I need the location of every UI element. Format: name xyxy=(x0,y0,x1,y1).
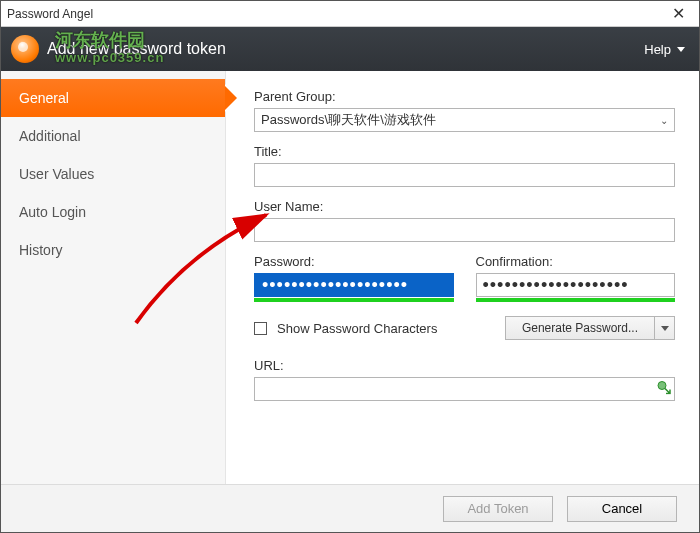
url-input[interactable] xyxy=(254,377,675,401)
chevron-down-icon xyxy=(677,47,685,52)
app-logo-icon xyxy=(11,35,39,63)
username-input[interactable] xyxy=(254,218,675,242)
confirmation-input[interactable]: •••••••••••••••••••• xyxy=(476,273,676,297)
svg-point-0 xyxy=(658,382,666,390)
titlebar: Password Angel ✕ xyxy=(1,1,699,27)
dialog-header: 河东软件园 www.pc0359.cn Add new password tok… xyxy=(1,27,699,71)
parent-group-select[interactable]: Passwords\聊天软件\游戏软件 ⌄ xyxy=(254,108,675,132)
confirmation-label: Confirmation: xyxy=(476,254,676,269)
form-area: Parent Group: Passwords\聊天软件\游戏软件 ⌄ Titl… xyxy=(226,71,699,484)
username-label: User Name: xyxy=(254,199,675,214)
parent-group-label: Parent Group: xyxy=(254,89,675,104)
watermark: 河东软件园 www.pc0359.cn xyxy=(55,31,164,67)
password-input[interactable]: •••••••••••••••••••• xyxy=(254,273,454,297)
tab-history[interactable]: History xyxy=(1,231,225,269)
sidebar: General Additional User Values Auto Logi… xyxy=(1,71,226,484)
open-url-icon[interactable] xyxy=(657,381,671,398)
url-label: URL: xyxy=(254,358,675,373)
title-label: Title: xyxy=(254,144,675,159)
tab-auto-login[interactable]: Auto Login xyxy=(1,193,225,231)
chevron-down-icon xyxy=(661,326,669,331)
cancel-button[interactable]: Cancel xyxy=(567,496,677,522)
title-input[interactable] xyxy=(254,163,675,187)
tab-user-values[interactable]: User Values xyxy=(1,155,225,193)
tab-general[interactable]: General xyxy=(1,79,225,117)
chevron-down-icon: ⌄ xyxy=(660,115,668,126)
show-password-checkbox[interactable] xyxy=(254,322,267,335)
generate-password-button[interactable]: Generate Password... xyxy=(505,316,655,340)
password-label: Password: xyxy=(254,254,454,269)
help-menu[interactable]: Help xyxy=(644,42,685,57)
password-strength-bar xyxy=(254,298,454,302)
close-icon[interactable]: ✕ xyxy=(664,4,693,23)
add-token-button[interactable]: Add Token xyxy=(443,496,553,522)
window-title: Password Angel xyxy=(7,7,93,21)
generate-password-dropdown[interactable] xyxy=(655,316,675,340)
tab-additional[interactable]: Additional xyxy=(1,117,225,155)
confirmation-strength-bar xyxy=(476,298,676,302)
dialog-footer: Add Token Cancel xyxy=(1,484,699,532)
show-password-label[interactable]: Show Password Characters xyxy=(277,321,437,336)
